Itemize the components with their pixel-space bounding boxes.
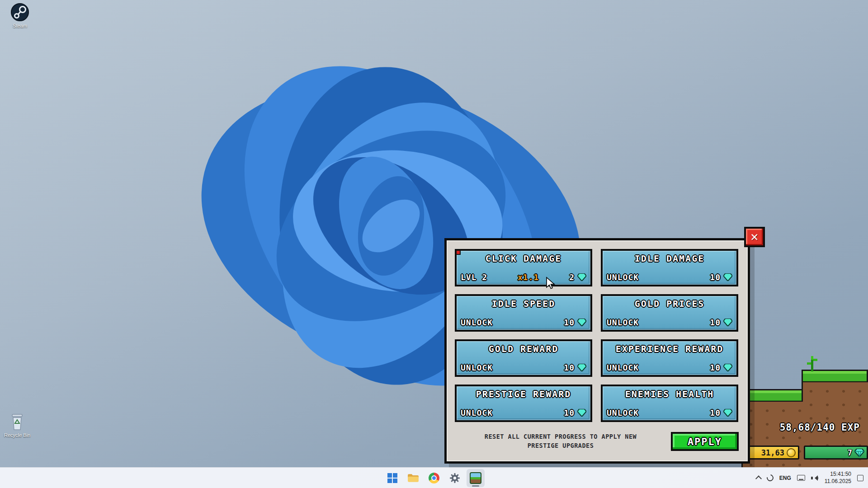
upgrade-cost-value: 10: [710, 318, 721, 327]
steam-icon: [10, 3, 29, 22]
prestige-panel: CLICK DAMAGE LVL 2 x1.1 2 IDLE DAMAGE UN…: [444, 238, 750, 464]
upgrade-title: ENEMIES HEALTH: [607, 389, 732, 399]
upgrade-cost-value: 10: [564, 408, 575, 418]
upgrade-status: UNLOCK: [607, 272, 639, 282]
upgrade-cost: 10: [564, 363, 586, 372]
grass-layer: [741, 389, 803, 402]
taskbar-center: [383, 468, 485, 488]
upgrade-status: UNLOCK: [607, 408, 639, 418]
upgrade-cost: 10: [710, 272, 732, 282]
upgrade-cost: 2: [569, 272, 586, 282]
mouse-cursor: [545, 277, 556, 290]
reset-warning-line1: RESET ALL CURRENT PROGRESS TO APPLY NEW: [457, 432, 665, 441]
taskbar-chrome[interactable]: [425, 469, 443, 487]
taskbar-game-icon: [470, 472, 481, 484]
desktop-screen: Steam Recycle Bin 58,68/140 EXP 31,63 7: [0, 0, 868, 488]
upgrade-cost: 10: [710, 408, 732, 418]
gem-icon: [723, 409, 732, 417]
upgrade-status: UNLOCK: [461, 363, 493, 372]
gold-counter: 31,63: [746, 446, 799, 460]
recycle-bin-icon: [9, 413, 25, 431]
taskbar-game-app[interactable]: [467, 469, 485, 487]
folder-icon: [407, 473, 419, 483]
tray-keyboard-icon[interactable]: [797, 475, 805, 481]
upgrade-cost-value: 2: [569, 272, 575, 282]
upgrade-status: UNLOCK: [461, 408, 493, 418]
upgrade-card-click-damage[interactable]: CLICK DAMAGE LVL 2 x1.1 2: [455, 249, 592, 286]
gem-icon: [723, 319, 732, 326]
taskbar: ENG 15:41:50 11.06.2025: [0, 467, 868, 488]
upgrade-title: GOLD REWARD: [461, 343, 586, 354]
chrome-icon: [429, 473, 439, 483]
upgrade-card-experience-reward[interactable]: EXPERIENCE REWARD UNLOCK 10: [601, 339, 738, 377]
tray-language[interactable]: ENG: [779, 475, 791, 481]
upgrade-title: CLICK DAMAGE: [461, 253, 586, 264]
gem-icon: [577, 409, 586, 417]
upgrade-status: UNLOCK: [607, 363, 639, 372]
upgrade-status: UNLOCK: [607, 318, 639, 327]
running-app-indicator: [472, 485, 479, 487]
taskbar-file-explorer[interactable]: [404, 469, 422, 487]
tray-clock[interactable]: 15:41:50 11.06.2025: [825, 471, 851, 485]
gem-icon: [723, 364, 732, 371]
upgrade-cost: 10: [710, 363, 732, 372]
upgrade-status: LVL 2: [461, 272, 487, 282]
gold-value: 31,63: [761, 448, 784, 457]
tray-chevron-up-icon[interactable]: [756, 476, 761, 480]
upgrade-cost-value: 10: [564, 318, 575, 327]
upgrade-title: EXPERIENCE REWARD: [607, 343, 732, 354]
upgrade-cost-value: 10: [710, 363, 721, 372]
tray-date: 11.06.2025: [825, 478, 851, 485]
upgrade-title: IDLE DAMAGE: [607, 253, 732, 264]
upgrade-cost: 10: [564, 318, 586, 327]
upgrade-notification-dot: [456, 250, 461, 255]
gem-icon: [577, 319, 586, 326]
coin-icon: [787, 448, 796, 457]
gem-counter: 7: [804, 446, 868, 460]
plant-sprite: [806, 355, 818, 372]
upgrade-cost: 10: [710, 318, 732, 327]
upgrade-title: PRESTIGE REWARD: [461, 389, 586, 399]
gear-icon: [449, 473, 460, 483]
gem-icon: [577, 364, 586, 371]
windows-logo-icon: [387, 473, 397, 483]
close-button[interactable]: ✕: [744, 227, 765, 247]
notification-center-icon[interactable]: [857, 475, 863, 481]
apply-button[interactable]: APPLY: [671, 432, 739, 451]
exp-counter: 58,68/140 EXP: [780, 422, 860, 433]
upgrade-cost: 10: [564, 408, 586, 418]
reset-warning-line2: PRESTIGE UPGRADES: [457, 441, 665, 450]
tray-sync-icon[interactable]: [767, 474, 774, 481]
desktop-icon-label: Steam: [13, 23, 27, 28]
tray-volume-icon[interactable]: [811, 475, 819, 481]
tray-time: 15:41:50: [825, 471, 851, 478]
gem-icon: [577, 273, 586, 281]
desktop-icon-steam[interactable]: Steam: [3, 3, 37, 28]
taskbar-settings[interactable]: [446, 469, 464, 487]
gem-icon: [854, 449, 864, 457]
upgrade-status: UNLOCK: [461, 318, 493, 327]
gem-icon: [723, 273, 732, 281]
gem-value: 7: [848, 448, 852, 457]
upgrade-card-idle-speed[interactable]: IDLE SPEED UNLOCK 10: [455, 294, 592, 332]
upgrade-card-idle-damage[interactable]: IDLE DAMAGE UNLOCK 10: [601, 249, 738, 286]
taskbar-tray: ENG 15:41:50 11.06.2025: [756, 468, 863, 488]
upgrade-card-gold-prices[interactable]: GOLD PRICES UNLOCK 10: [601, 294, 738, 332]
reset-warning-text: RESET ALL CURRENT PROGRESS TO APPLY NEW …: [457, 432, 665, 450]
upgrade-title: IDLE SPEED: [461, 298, 586, 309]
upgrade-card-enemies-health[interactable]: ENEMIES HEALTH UNLOCK 10: [601, 385, 738, 422]
upgrade-card-gold-reward[interactable]: GOLD REWARD UNLOCK 10: [455, 339, 592, 377]
upgrade-title: GOLD PRICES: [607, 298, 732, 309]
upgrade-cost-value: 10: [710, 408, 721, 418]
upgrade-cost-value: 10: [710, 272, 721, 282]
upgrade-card-prestige-reward[interactable]: PRESTIGE REWARD UNLOCK 10: [455, 385, 592, 422]
desktop-icon-recycle-bin[interactable]: Recycle Bin: [0, 413, 34, 438]
panel-footer: RESET ALL CURRENT PROGRESS TO APPLY NEW …: [457, 427, 739, 456]
upgrade-cost-value: 10: [564, 363, 575, 372]
upgrade-grid: CLICK DAMAGE LVL 2 x1.1 2 IDLE DAMAGE UN…: [447, 240, 748, 422]
start-button[interactable]: [383, 469, 401, 487]
upgrade-multiplier: x1.1: [518, 272, 539, 282]
desktop-icon-label: Recycle Bin: [4, 432, 30, 438]
